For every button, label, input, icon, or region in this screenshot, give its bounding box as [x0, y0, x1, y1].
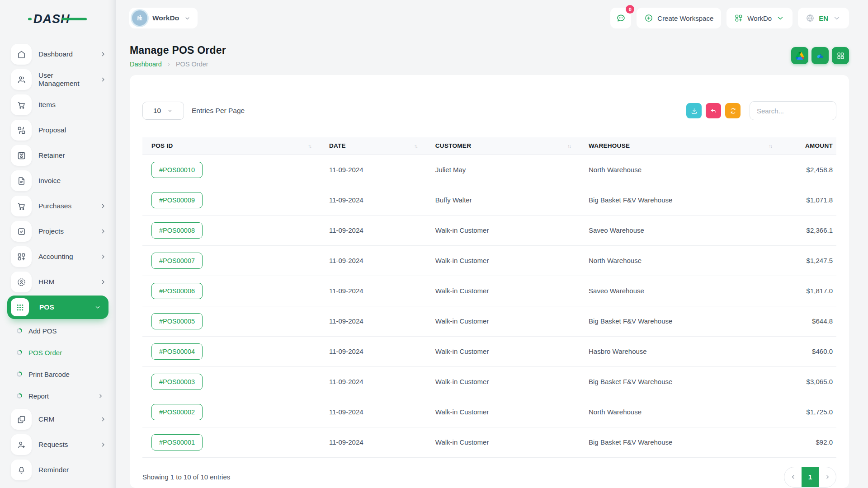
- sidebar-subitem-label: Add POS: [28, 327, 104, 335]
- table-row: #POS0000811-09-2024Walk-in CustomerSaveo…: [142, 215, 836, 245]
- bullet-ring-icon: [17, 371, 22, 377]
- sidebar-subitem-add-pos[interactable]: Add POS: [0, 320, 116, 342]
- refresh-button[interactable]: [725, 103, 741, 118]
- sidebar-item-label: Dashboard: [38, 50, 93, 58]
- sidebar-item-reminder[interactable]: Reminder: [0, 457, 116, 483]
- column-label: DATE: [329, 142, 346, 149]
- breadcrumb-dashboard-link[interactable]: Dashboard: [130, 61, 162, 68]
- table-row: #POS0000411-09-2024Walk-in CustomerHasbr…: [142, 336, 836, 366]
- sort-icon: ↑↓: [308, 143, 311, 149]
- pos-id-link[interactable]: #POS00004: [151, 343, 203, 360]
- sidebar-item-projects[interactable]: Projects: [0, 219, 116, 244]
- sort-icon: ↑↓: [769, 143, 772, 149]
- order-customer: Walk-in Customer: [426, 215, 580, 245]
- order-warehouse: Big Basket F&V Warehouse: [580, 366, 781, 397]
- workdo-menu-button[interactable]: WorkDo: [726, 8, 793, 28]
- create-workspace-label: Create Workspace: [657, 14, 713, 22]
- chevron-right-icon: [99, 278, 107, 286]
- search-input[interactable]: [750, 101, 836, 120]
- language-code: EN: [819, 14, 828, 22]
- pos-id-link[interactable]: #POS00002: [151, 404, 203, 420]
- page-header: Manage POS Order Dashboard POS Order: [130, 44, 849, 68]
- sidebar-item-invoice[interactable]: Invoice: [0, 168, 116, 193]
- pos-id-cell: #POS00001: [142, 427, 320, 457]
- pos-id-link[interactable]: #POS00001: [151, 434, 203, 450]
- sidebar-subitem-report[interactable]: Report: [0, 385, 116, 407]
- grid-view-button[interactable]: [832, 47, 849, 64]
- order-customer: Walk-in Customer: [426, 306, 580, 336]
- sort-icon: ↑↓: [414, 143, 417, 149]
- sidebar-item-label: Accounting: [38, 253, 93, 261]
- messenger-button[interactable]: 0: [610, 8, 631, 28]
- column-header-warehouse[interactable]: WAREHOUSE↑↓: [580, 137, 781, 155]
- chevron-right-icon: [97, 393, 104, 399]
- sidebar-item-crm[interactable]: CRM: [0, 407, 116, 432]
- sidebar-item-retainer[interactable]: Retainer: [0, 143, 116, 168]
- column-header-pos-id[interactable]: POS ID↑↓: [142, 137, 320, 155]
- pos-id-link[interactable]: #POS00010: [151, 162, 203, 178]
- pos-order-table: POS ID↑↓DATE↑↓CUSTOMER↑↓WAREHOUSE↑↓AMOUN…: [142, 137, 836, 458]
- sidebar-item-label: POS: [39, 303, 87, 311]
- grid-outline-icon: [836, 52, 845, 60]
- pos-id-link[interactable]: #POS00006: [151, 283, 203, 299]
- workspace-avatar: [132, 10, 147, 26]
- workspace-selector[interactable]: WorkDo: [129, 8, 198, 28]
- create-workspace-button[interactable]: Create Workspace: [637, 8, 721, 28]
- pos-id-link[interactable]: #POS00007: [151, 253, 203, 269]
- pagination-prev-button[interactable]: [784, 467, 802, 487]
- order-warehouse: Saveo Warehouse: [580, 276, 781, 306]
- sidebar-item-accounting[interactable]: Accounting: [0, 244, 116, 269]
- sidebar-item-requests[interactable]: Requests: [0, 432, 116, 457]
- pos-id-link[interactable]: #POS00003: [151, 374, 203, 390]
- sidebar-subitem-label: Print Barcode: [28, 371, 104, 378]
- sidebar-item-hrm[interactable]: HRM: [0, 269, 116, 295]
- sidebar-item-items[interactable]: Items: [0, 92, 116, 117]
- sidebar-item-pos[interactable]: POS: [7, 296, 108, 319]
- language-selector[interactable]: EN: [798, 8, 849, 28]
- undo-icon: [710, 107, 717, 115]
- square-check-icon: [11, 221, 32, 242]
- building-icon: [135, 14, 144, 23]
- sidebar-item-user-management[interactable]: User Management: [0, 67, 116, 92]
- google-drive-icon: [796, 52, 804, 60]
- order-date: 11-09-2024: [320, 215, 426, 245]
- pagination-page-1[interactable]: 1: [802, 467, 819, 487]
- column-header-date[interactable]: DATE↑↓: [320, 137, 426, 155]
- sidebar-item-label: Invoice: [38, 177, 107, 185]
- pos-id-link[interactable]: #POS00008: [151, 222, 203, 239]
- table-row: #POS0001011-09-2024Juliet MayNorth Wareh…: [142, 155, 836, 185]
- cart-icon: [11, 196, 32, 216]
- order-amount: $1,071.8: [781, 185, 836, 215]
- order-warehouse: Saveo Warehouse: [580, 215, 781, 245]
- pagination-next-button[interactable]: [819, 467, 836, 487]
- google-drive-button[interactable]: [791, 47, 808, 64]
- order-warehouse: North Warehouse: [580, 155, 781, 185]
- pos-id-cell: #POS00010: [142, 155, 320, 185]
- order-customer: Buffy Walter: [426, 185, 580, 215]
- order-amount: $644.8: [781, 306, 836, 336]
- messenger-badge: 0: [626, 5, 634, 14]
- sidebar-item-purchases[interactable]: Purchases: [0, 193, 116, 219]
- sidebar-subitem-print-barcode[interactable]: Print Barcode: [0, 363, 116, 385]
- entries-per-page-select[interactable]: 10: [142, 102, 184, 120]
- pos-id-link[interactable]: #POS00005: [151, 313, 203, 329]
- export-button[interactable]: [686, 103, 702, 118]
- swap-squares-icon: [11, 120, 32, 141]
- sidebar-item-proposal[interactable]: Proposal: [0, 117, 116, 143]
- page-actions: [791, 44, 849, 64]
- grid-plus-icon: [734, 14, 743, 23]
- reset-button[interactable]: [706, 103, 721, 118]
- cart-icon: [11, 94, 32, 115]
- pos-id-link[interactable]: #POS00009: [151, 192, 203, 208]
- column-header-customer[interactable]: CUSTOMER↑↓: [426, 137, 580, 155]
- breadcrumb: Dashboard POS Order: [130, 61, 226, 68]
- topbar-right: 0 Create Workspace WorkDo EN: [610, 8, 849, 28]
- column-header-amount[interactable]: AMOUNT: [781, 137, 836, 155]
- chevron-right-icon: [99, 253, 107, 260]
- order-date: 11-09-2024: [320, 366, 426, 397]
- sidebar-subitem-pos-order[interactable]: POS Order: [0, 342, 116, 363]
- sidebar-item-dashboard[interactable]: Dashboard: [0, 42, 116, 67]
- onedrive-button[interactable]: [811, 47, 829, 64]
- table-row: #POS0000211-09-2024Walk-in CustomerNorth…: [142, 397, 836, 427]
- sidebar-item-label: Projects: [38, 227, 93, 235]
